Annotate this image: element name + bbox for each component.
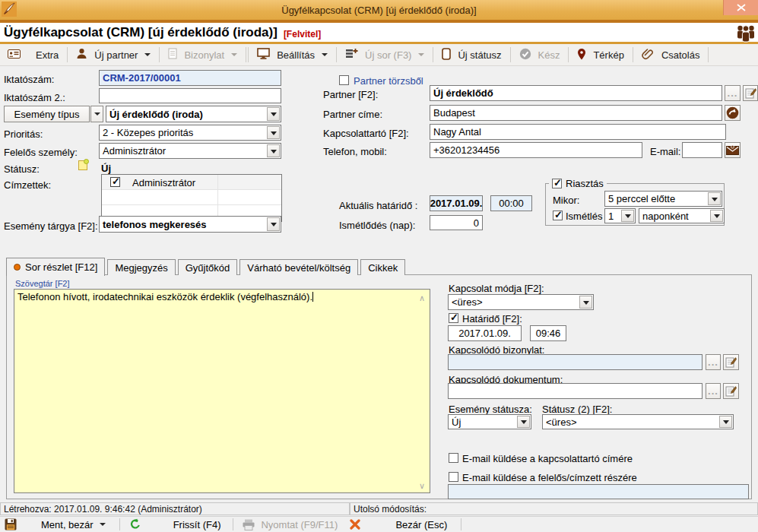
- ment-bezar-button[interactable]: Ment, bezár: [41, 519, 106, 530]
- printer-icon: [243, 519, 255, 530]
- close-icon[interactable]: [723, 0, 758, 15]
- extra-button[interactable]: Extra: [28, 46, 66, 64]
- mode-badge: [Felvitel]: [284, 29, 321, 40]
- kapcsolattarto-field[interactable]: Nagy Antal: [430, 124, 726, 140]
- kapcsolodo-dokumentum-field[interactable]: [448, 383, 702, 399]
- partner-edit-button[interactable]: [743, 85, 758, 101]
- kesz-button[interactable]: Kész: [512, 46, 568, 64]
- edit-pencil-icon: [725, 385, 737, 397]
- cancel-icon-button[interactable]: [350, 519, 360, 530]
- chevron-down-icon[interactable]: [267, 144, 280, 157]
- dokumentum-edit-button[interactable]: [723, 383, 739, 399]
- scroll-up-icon[interactable]: ∧: [419, 293, 425, 303]
- partner-torzsbol-checkbox[interactable]: [339, 75, 349, 85]
- separator: [119, 518, 120, 530]
- partner-field[interactable]: Új érdeklődő: [430, 85, 722, 101]
- cimzettek-list[interactable]: Adminisztrátor: [101, 174, 282, 222]
- felelos-select[interactable]: Adminisztrátor: [99, 143, 281, 159]
- ismetlodes-field[interactable]: 0: [430, 215, 483, 230]
- extra-email-field[interactable]: [448, 484, 749, 499]
- note-textarea[interactable]: Telefonon hívott, irodatechnikai eszközö…: [14, 289, 430, 493]
- detail-tabs: Sor részlet [F12] Megjegyzés Gyűjtőkód V…: [6, 257, 408, 275]
- bizonylat-edit-button[interactable]: [723, 354, 739, 370]
- iktatoszam2-field[interactable]: [99, 88, 281, 103]
- mikor-label: Mikor:: [553, 195, 579, 206]
- sticky-note-icon[interactable]: [78, 160, 87, 170]
- frissit-button[interactable]: Frissít (F4): [173, 519, 221, 530]
- csatolas-button[interactable]: Csatolás: [634, 46, 708, 64]
- email-field[interactable]: [682, 142, 722, 158]
- statusz2-select[interactable]: <üres>: [542, 414, 734, 429]
- partner-browse-button[interactable]: ...: [725, 85, 741, 101]
- felelos-label: Felelős személy:: [4, 147, 78, 158]
- window-titlebar[interactable]: Ügyfélkapcsolat (CRM) [új érdeklődő (iro…: [0, 0, 758, 20]
- esemeny-statusza-select[interactable]: Új: [448, 414, 531, 429]
- ismetles-checkbox[interactable]: [553, 211, 563, 220]
- hatarido-time-field[interactable]: 09:46: [530, 325, 566, 341]
- chevron-down-icon: [94, 112, 100, 119]
- hatarido-date-field[interactable]: 2017.01.09.: [448, 325, 522, 341]
- email-felelos-checkbox[interactable]: [449, 472, 458, 482]
- aktualis-hatarido-time-field[interactable]: 00:00: [490, 195, 532, 211]
- scroll-down-icon[interactable]: ∨: [419, 481, 425, 491]
- kapcsolat-modja-select[interactable]: <üres>: [448, 294, 594, 310]
- chevron-down-icon[interactable]: [517, 416, 530, 428]
- ismetles-unit-select[interactable]: naponként: [639, 208, 725, 223]
- uj-statusz-button[interactable]: Új státusz: [434, 46, 509, 64]
- beallitas-button[interactable]: Beállítás: [249, 46, 335, 64]
- esemeny-tipus-dropdown-button[interactable]: [90, 106, 103, 122]
- telefon-field[interactable]: +36201234456: [430, 142, 642, 158]
- mikor-select[interactable]: 5 perccel előtte: [604, 191, 722, 207]
- aktualis-hatarido-label: Aktuális határidő :: [339, 200, 417, 211]
- ismetles-count-select[interactable]: 1: [604, 208, 636, 223]
- chevron-down-icon[interactable]: [267, 126, 280, 139]
- chevron-down-icon[interactable]: [267, 217, 280, 231]
- bezar-button[interactable]: Bezár (Esc): [395, 519, 447, 530]
- uj-sor-button[interactable]: Új sor (F3): [338, 46, 432, 64]
- dokumentum-browse-button[interactable]: ...: [706, 383, 721, 399]
- iktatoszam-field[interactable]: CRM-2017/00001: [99, 70, 281, 86]
- szovegtar-label[interactable]: Szövegtár [F2]: [15, 279, 70, 288]
- tab-cikkek[interactable]: Cikkek: [360, 259, 405, 275]
- esemeny-tipus-button[interactable]: Esemény típus: [4, 106, 90, 122]
- navigate-address-button[interactable]: [725, 105, 741, 121]
- bizonylat-button[interactable]: Bizonylat: [160, 46, 245, 64]
- contact-card-icon: [8, 49, 21, 62]
- save-icon-button[interactable]: [5, 518, 17, 530]
- partner-cime-field[interactable]: Budapest: [430, 105, 722, 121]
- terkep-button[interactable]: Térkép: [569, 46, 631, 64]
- kapcsolodo-bizonylat-field[interactable]: [448, 354, 702, 370]
- send-email-button[interactable]: [725, 142, 741, 158]
- chevron-down-icon[interactable]: [708, 192, 721, 205]
- partner-cime-label: Partner címe:: [323, 109, 382, 120]
- chevron-down-icon[interactable]: [710, 210, 723, 222]
- aktualis-hatarido-date-field[interactable]: 2017.01.09.: [430, 195, 483, 211]
- tab-sor-reszlet[interactable]: Sor részlet [F12]: [6, 258, 105, 276]
- riasztas-legend[interactable]: Riasztás: [549, 178, 607, 189]
- hatarido-label: Határidő [F2]:: [462, 313, 522, 325]
- statusz-value: Új: [101, 163, 111, 174]
- uj-partner-button[interactable]: Új partner: [68, 46, 158, 64]
- email-kapcsolattarto-checkbox[interactable]: [449, 453, 458, 463]
- recipient-checkbox[interactable]: [110, 177, 120, 187]
- chevron-down-icon[interactable]: [579, 296, 592, 309]
- chevron-down-icon[interactable]: [719, 416, 732, 428]
- chevron-down-icon[interactable]: [621, 210, 634, 222]
- iktatoszam-label: Iktatószám:: [4, 74, 54, 85]
- list-item[interactable]: Adminisztrátor: [102, 175, 281, 190]
- riasztas-checkbox[interactable]: [552, 179, 562, 188]
- tab-megjegyzes[interactable]: Megjegyzés: [107, 259, 175, 275]
- list-item[interactable]: [102, 190, 281, 205]
- tab-varhato-bevetel[interactable]: Várható bevétel/költség: [239, 259, 358, 275]
- nyomtat-button[interactable]: Nyomtat (F9/F11): [243, 519, 338, 530]
- tab-gyujtokod[interactable]: Gyűjtőkód: [178, 259, 238, 275]
- esemeny-tipus-select[interactable]: Új érdeklődő (iroda): [106, 106, 281, 122]
- esemeny-targya-select[interactable]: telefonos megkeresés: [99, 216, 281, 233]
- chevron-down-icon[interactable]: [267, 107, 280, 121]
- prioritas-select[interactable]: 2 - Közepes prioritás: [99, 125, 281, 141]
- contact-card-button[interactable]: [0, 46, 28, 64]
- cimzettek-label: Címzettek:: [4, 179, 51, 191]
- bizonylat-browse-button[interactable]: ...: [706, 354, 721, 370]
- hatarido-checkbox[interactable]: [449, 313, 458, 323]
- refresh-icon-button[interactable]: [129, 518, 141, 530]
